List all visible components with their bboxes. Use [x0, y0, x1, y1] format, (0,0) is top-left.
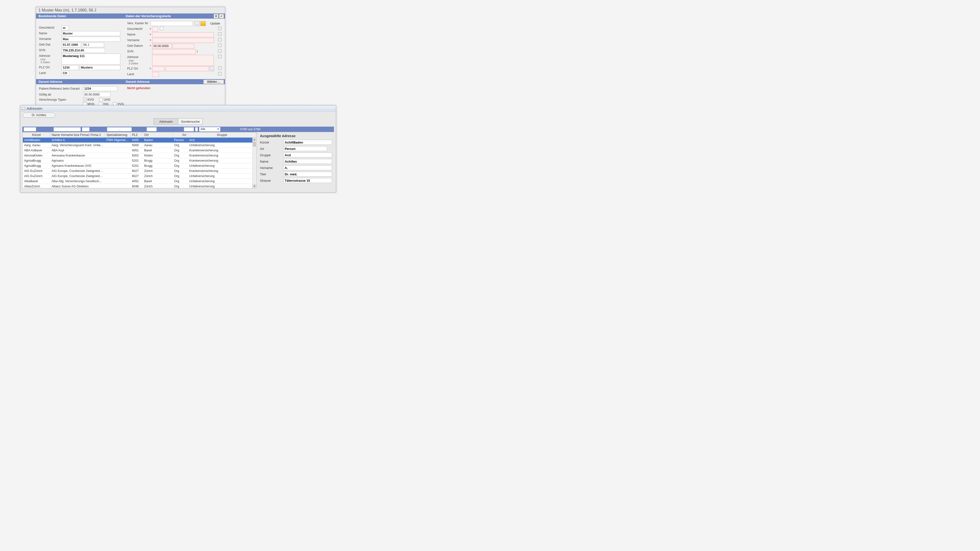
input-patient-ref[interactable] — [83, 86, 117, 91]
filter-input-3[interactable] — [82, 127, 89, 131]
input-name[interactable] — [62, 31, 120, 36]
input-geschlecht-r[interactable] — [152, 27, 158, 32]
input-svn[interactable] — [62, 48, 105, 53]
table-row[interactable]: Aarg. AarauAarg. Versicherungsamt Kant. … — [23, 143, 256, 148]
table-row[interactable]: AlbaBaselAlba Allg. Versicherungs-Gesell… — [23, 179, 256, 184]
browse-button[interactable]: ... — [194, 21, 200, 26]
input-land[interactable] — [62, 71, 69, 76]
context-pill[interactable]: Dr. Achilles — [23, 113, 55, 118]
sync-checkbox-vorname[interactable] — [218, 38, 221, 41]
update-label: Update — [210, 21, 220, 25]
grid-scrollbar[interactable]: ▲ ▼ — [252, 138, 256, 188]
checkbox-kvg[interactable] — [83, 98, 86, 102]
input-land-r[interactable] — [152, 72, 159, 77]
input-plz[interactable] — [62, 65, 79, 70]
garant-title-left: Garant-Adresse — [38, 80, 62, 84]
label-geschlecht-r: Geschlecht — [127, 27, 150, 31]
detail-name[interactable] — [283, 159, 332, 164]
input-ort-r[interactable] — [165, 67, 209, 71]
input-geschlecht[interactable] — [62, 25, 69, 30]
input-adresse[interactable] — [62, 54, 120, 65]
lookup-plz-button[interactable]: ... — [210, 67, 214, 71]
choose-button[interactable]: Wählen ... — [204, 79, 224, 84]
filter-select-alle[interactable]: Alle — [199, 127, 220, 132]
sync-checkbox-adresse[interactable] — [218, 55, 221, 58]
sync-checkbox-geschlecht[interactable] — [218, 27, 221, 30]
card-data-panel: Vers. Karten Nr ... Update Geschlecht * — [124, 19, 225, 79]
th-name[interactable]: Name Vorname bzw Firma1 Firma 2 — [50, 132, 105, 138]
input-svn-r[interactable] — [152, 49, 196, 54]
warning-icon: ! — [197, 49, 198, 53]
card-read-icon[interactable] — [200, 21, 206, 26]
sync-checkbox-svn[interactable] — [218, 49, 221, 52]
table-row[interactable]: AgrisaBruggAgrisano Krankenkasse UVG5201… — [23, 164, 256, 168]
filter-input-5[interactable] — [147, 127, 157, 131]
sync-checkbox-plzort[interactable] — [218, 67, 221, 70]
input-adresse-r[interactable] — [152, 55, 214, 66]
label-gueltig: Gültig ab — [39, 93, 83, 96]
garant-title-right: Garant-Adresse — [126, 80, 150, 84]
input-ort[interactable] — [80, 65, 120, 70]
th-gruppe[interactable]: Gruppe — [188, 132, 256, 138]
input-vorname-r[interactable] — [152, 38, 214, 43]
label-adresse-r: Adresse max 3 Zeilen — [127, 55, 150, 65]
input-gebdat[interactable] — [62, 42, 81, 47]
sync-checkbox-land[interactable] — [218, 72, 221, 75]
detail-kuerzel[interactable] — [283, 140, 332, 145]
table-row[interactable]: AgrisaBruggAgrisano5201BruggOrgKrankenve… — [23, 158, 256, 164]
th-plz[interactable]: PLZ — [130, 132, 143, 138]
th-spez[interactable]: Spezialisierung — [105, 132, 130, 138]
th-art[interactable]: Art — [173, 132, 188, 138]
table-row[interactable]: ABA AsBaselABA Asyl4051BaselOrgKrankenve… — [23, 148, 256, 153]
table-row[interactable]: AIG EuZürichAIG Europe, Courbevoie Zweig… — [23, 174, 256, 179]
detail-vorname[interactable] — [283, 165, 332, 170]
sync-checkbox-name[interactable] — [218, 32, 221, 36]
label-gebdatum-r: Geb Datum — [127, 44, 150, 48]
checkbox-uvg[interactable] — [99, 98, 103, 102]
table-row[interactable]: AchillBadenAchilles A.FMH Allgemeine ...… — [23, 138, 256, 143]
input-vorname[interactable] — [62, 37, 120, 41]
sync-checkbox-gebdat[interactable] — [218, 44, 221, 47]
close-button[interactable]: ✕ — [214, 14, 218, 18]
detail-art[interactable] — [283, 146, 327, 151]
filter-input-4[interactable] — [107, 127, 132, 131]
input-age-r[interactable] — [173, 44, 194, 49]
label-patient-ref: Patient-Referenz beim Garant — [39, 87, 83, 91]
table-row[interactable]: AerosaKlotenAerosana Krankenkasse8302Klo… — [23, 153, 256, 158]
scroll-thumb[interactable] — [253, 142, 256, 146]
input-name-r[interactable] — [152, 32, 214, 37]
notfound-label: Nicht gefunden — [127, 86, 222, 90]
address-grid: Kürzel Name Vorname bzw Firma1 Firma 2 S… — [22, 132, 256, 188]
table-row[interactable]: AllianZürichAllianz Suisse AG Direktion8… — [23, 184, 256, 189]
th-kuerzel[interactable]: Kürzel — [23, 132, 50, 138]
label-land-r: Land — [127, 72, 150, 76]
table-row[interactable]: AIG EuZürichAIG Europe, Courbevoie Zweig… — [23, 168, 256, 174]
detail-strasse[interactable] — [283, 178, 332, 183]
tab-adressen[interactable]: Adressen — [154, 118, 178, 125]
scroll-up-icon[interactable]: ▲ — [253, 138, 256, 141]
label-plzort-r: PLZ Ort — [127, 67, 150, 70]
confirm-button[interactable]: ✓ — [219, 14, 224, 18]
checkbox-geschlecht[interactable] — [160, 27, 164, 30]
filter-bar: Alle 5780 von 5780 — [22, 127, 334, 132]
input-gebdat-r[interactable] — [152, 44, 172, 49]
section-title-left: Bestehende Daten — [38, 14, 66, 18]
filter-input-6[interactable] — [184, 127, 194, 131]
filter-input-2[interactable] — [54, 127, 81, 131]
tab-sondersuche[interactable]: Sondersuche — [178, 118, 203, 125]
section-title-right: Daten der Versicherungskarte — [126, 14, 171, 18]
label-name-r: Name — [127, 32, 150, 37]
detail-gruppe[interactable] — [283, 152, 332, 157]
label-svn-r: SVN — [127, 49, 150, 53]
input-plz-r[interactable] — [152, 67, 164, 71]
th-ort[interactable]: Ort — [143, 132, 173, 138]
input-gueltig[interactable] — [83, 92, 110, 97]
filter-input-7[interactable] — [195, 127, 198, 131]
detail-titel[interactable] — [283, 171, 332, 176]
input-kartennr[interactable] — [151, 21, 193, 26]
filter-input-1[interactable] — [24, 127, 36, 131]
input-age[interactable] — [82, 42, 104, 47]
garant-left-panel: Patient-Referenz beim Garant Gültig ab A… — [36, 84, 124, 108]
label-vorname: Vorname — [39, 37, 62, 41]
scroll-down-icon[interactable]: ▼ — [253, 184, 256, 188]
